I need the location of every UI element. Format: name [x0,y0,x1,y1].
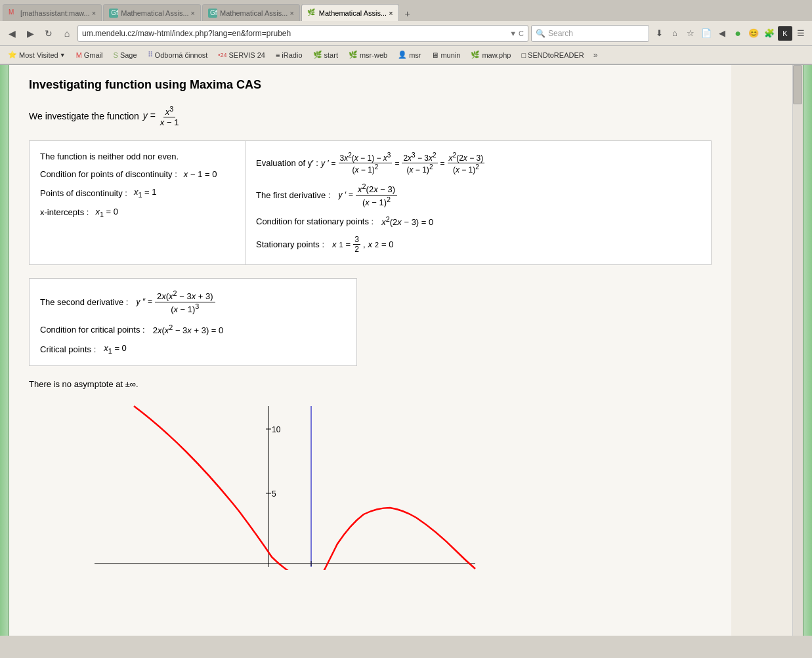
bookmark-servis[interactable]: •24 SERVIS 24 [214,50,269,60]
msr-web-label: msr-web [360,51,387,59]
stationary-pts-line: Stationary points : x1 = 3 2 , x2 = 0 [256,235,700,254]
bookmark-start[interactable]: 🌿 start [309,49,342,60]
critical-cond-label: Condition for critical points : [40,325,145,335]
tab-3-label: Mathematical Assis... × [220,9,294,17]
sidebar-right [803,65,812,636]
extensions-icon[interactable]: 🧩 [762,26,777,41]
home-button[interactable]: ⌂ [59,26,75,41]
back-button[interactable]: ◀ [4,26,20,41]
menu-icon[interactable]: ☰ [794,26,808,41]
tab-1-label: [mathassistant:maw... × [20,9,96,17]
eval-line: Evaluation of y′ : y′ = 3x2(x − 1) − x3 … [256,152,700,175]
new-tab-button[interactable]: + [400,7,415,21]
bookmark-munin[interactable]: 🖥 munin [427,50,464,60]
intro-text: We investigate the function [29,111,139,121]
scrollbar[interactable] [792,65,803,636]
first-deriv-math: y′ = x2(2x − 3) (x − 1)2 [338,182,397,207]
address-bar[interactable]: um.mendelu.cz/maw-html/index.php?lang=en… [77,25,528,42]
bookmark-sage[interactable]: S Sage [110,50,141,60]
tab-2-icon: Gf [109,9,118,18]
x-intercepts-label: x-intercepts : [40,207,89,217]
bookmark-odborna[interactable]: ⠿ Odborná činnost [144,49,212,60]
servis-icon: •24 [218,52,226,58]
tab-4[interactable]: 🌿 Mathematical Assis... × [301,4,399,21]
tab-1-icon: M [9,9,18,18]
critical-cond-line: Condition for critical points : 2x(x2 − … [40,323,346,335]
graph-svg: 10 5 [29,400,488,570]
asymptote-line: There is no asymptote at ±∞. [29,379,712,389]
second-deriv-math: y″ = 2x(x2 − 3x + 3) (x − 1)3 [136,289,215,314]
first-deriv-label: The first derivative : [256,190,330,200]
most-visited-arrow: ▼ [60,52,66,58]
home-icon[interactable]: ⌂ [668,26,682,41]
forward-button[interactable]: ▶ [22,26,38,41]
face-icon[interactable]: 😊 [746,26,761,41]
tab-2[interactable]: Gf Mathematical Assis... × [103,4,201,21]
bookmark-gmail[interactable]: M Gmail [72,50,107,60]
discontinuity-pts-line: Points of discontinuity : x1 = 1 [40,187,234,199]
munin-icon: 🖥 [431,51,438,59]
sidebar-left [0,65,9,636]
sendtoreader-icon: □ [521,51,526,59]
tab-3-icon: Gf [208,9,217,18]
second-deriv-label: The second derivative : [40,297,128,307]
bookmark-msr[interactable]: 👤 msr [394,49,425,60]
msr-web-icon: 🌿 [349,51,358,59]
bookmark-icon[interactable]: 📄 [699,26,714,41]
reload-button[interactable]: ↻ [41,26,56,41]
download-icon[interactable]: ⬇ [652,26,666,41]
bookmark-most-visited[interactable]: ⭐ Most Visited ▼ [4,49,70,60]
odd-even-text: The function is neither odd nor even. [40,152,179,161]
x-intercepts-line: x-intercepts : x1 = 0 [40,207,234,218]
bookmark-sendtoreader[interactable]: □ SENDtoREADER [517,50,588,60]
discontinuity-cond-math: x − 1 = 0 [184,169,217,179]
servis-label: SERVIS 24 [228,51,265,59]
most-visited-icon: ⭐ [8,51,17,59]
main-content[interactable]: Investigating function using Maxima CAS … [9,65,803,636]
scrollbar-thumb[interactable] [793,65,802,104]
page-title: Investigating function using Maxima CAS [29,78,712,92]
search-placeholder: Search [548,29,573,38]
msr-label: msr [409,51,421,59]
bookmark-iradio[interactable]: ≡ iRadio [272,50,307,60]
box-second-deriv: The second derivative : y″ = 2x(x2 − 3x … [29,278,357,366]
bookmark-msr-web[interactable]: 🌿 msr-web [345,49,391,60]
tab-3[interactable]: Gf Mathematical Assis... × [202,4,300,21]
discontinuity-pts-label: Points of discontinuity : [40,188,127,198]
eval-label: Evaluation of y′ : [256,158,318,168]
critical-pts-line: Critical points : x1 = 0 [40,343,346,355]
stationary-cond-math: x2(2x − 3) = 0 [381,215,433,227]
bookmark-maw[interactable]: 🌿 maw.php [467,49,515,60]
stationary-cond-line: Condition for stationary points : x2(2x … [256,215,700,227]
odborna-icon: ⠿ [148,51,153,59]
browser-content: Investigating function using Maxima CAS … [0,65,812,636]
bookmarks-overflow[interactable]: » [591,49,601,61]
bookmarks-bar: ⭐ Most Visited ▼ M Gmail S Sage ⠿ Odborn… [0,46,812,64]
page-content: Investigating function using Maxima CAS … [9,65,731,636]
critical-cond-math: 2x(x2 − 3x + 3) = 0 [153,323,224,335]
tab-1[interactable]: M [mathassistant:maw... × [3,4,102,21]
location-icon[interactable]: ◀ [715,26,729,41]
stationary-cond-label: Condition for stationary points : [256,216,374,226]
box-left: The function is neither odd nor even. Co… [29,140,246,265]
first-deriv-line: The first derivative : y′ = x2(2x − 3) (… [256,182,700,207]
browser-chrome: M [mathassistant:maw... × Gf Mathematica… [0,0,812,65]
search-bar[interactable]: 🔍 Search [531,25,649,42]
tab-2-label: Mathematical Assis... × [121,9,195,17]
refresh-icon: ▼ [509,30,517,37]
iradio-icon: ≡ [276,51,280,59]
discontinuity-pts-math: x1 = 1 [134,187,157,199]
odborna-label: Odborná činnost [155,51,208,59]
search-icon: 🔍 [536,29,545,38]
discontinuity-cond-line: Condition for points of discontinuity : … [40,169,234,179]
most-visited-label: Most Visited [19,51,58,59]
sendtoreader-label: SENDtoREADER [528,51,584,59]
sage-label: Sage [120,51,137,59]
second-deriv-line: The second derivative : y″ = 2x(x2 − 3x … [40,289,346,314]
critical-pts-math: x1 = 0 [104,343,127,355]
discontinuity-cond-label: Condition for points of discontinuity : [40,169,177,179]
k-icon[interactable]: K [778,26,792,41]
critical-pts-label: Critical points : [40,344,96,354]
star-icon[interactable]: ☆ [683,26,698,41]
intro-math: y = x3 x − 1 [143,105,181,127]
